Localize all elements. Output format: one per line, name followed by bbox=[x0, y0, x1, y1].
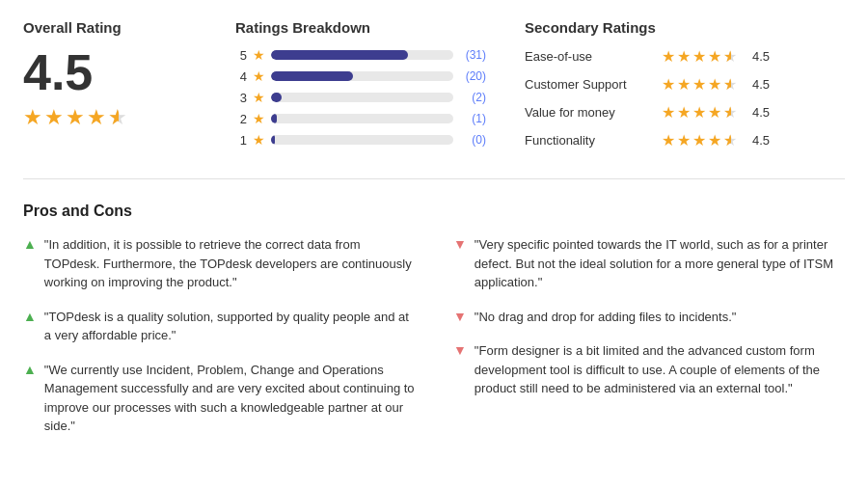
pro-text: "In addition, it is possible to retrieve… bbox=[44, 235, 415, 292]
sec-star-3: ★ bbox=[692, 47, 706, 66]
sec-star-4: ★ bbox=[708, 103, 721, 122]
con-text: "Form designer is a bit limited and the … bbox=[475, 341, 845, 398]
star-2: ★ bbox=[44, 105, 64, 130]
con-item: ▼ "No drag and drop for adding files to … bbox=[453, 308, 845, 327]
secondary-title: Secondary Ratings bbox=[525, 19, 845, 36]
breakdown-star-num: 1 bbox=[235, 133, 247, 148]
overall-rating-title: Overall Rating bbox=[23, 19, 197, 36]
secondary-stars: ★ ★ ★ ★ bbox=[662, 131, 737, 149]
secondary-label: Ease-of-use bbox=[525, 49, 650, 64]
breakdown-row: 3 ★ (2) bbox=[235, 90, 486, 105]
ratings-section: Overall Rating 4.5 ★ ★ ★ ★ Ratings Break… bbox=[23, 19, 845, 179]
overall-score: 4.5 bbox=[23, 47, 197, 97]
breakdown-count: (31) bbox=[459, 48, 486, 62]
con-arrow-icon: ▼ bbox=[453, 236, 467, 252]
breakdown-bar-container bbox=[271, 114, 453, 123]
secondary-label: Customer Support bbox=[525, 77, 650, 92]
pro-arrow-icon: ▲ bbox=[23, 309, 37, 324]
breakdown-bar-container bbox=[271, 93, 453, 102]
secondary-score: 4.5 bbox=[752, 133, 770, 148]
sec-star-4: ★ bbox=[708, 47, 721, 66]
overall-rating-panel: Overall Rating 4.5 ★ ★ ★ ★ bbox=[23, 19, 216, 159]
secondary-row: Functionality ★ ★ ★ ★ 4.5 bbox=[525, 131, 845, 149]
con-arrow-icon: ▼ bbox=[453, 342, 467, 358]
breakdown-count: (0) bbox=[459, 133, 486, 147]
star-half bbox=[108, 105, 127, 130]
secondary-score: 4.5 bbox=[752, 105, 770, 120]
secondary-row: Value for money ★ ★ ★ ★ 4.5 bbox=[525, 103, 845, 122]
sec-star-3: ★ bbox=[692, 75, 706, 94]
sec-star-half bbox=[723, 131, 737, 149]
breakdown-star-num: 5 bbox=[235, 48, 247, 63]
pro-arrow-icon: ▲ bbox=[23, 236, 37, 252]
sec-star-1: ★ bbox=[662, 47, 675, 66]
sec-star-1: ★ bbox=[662, 131, 675, 149]
secondary-row: Customer Support ★ ★ ★ ★ 4.5 bbox=[525, 75, 845, 94]
breakdown-star-num: 2 bbox=[235, 112, 247, 126]
pros-cons-grid: ▲ "In addition, it is possible to retrie… bbox=[23, 235, 845, 451]
breakdown-count: (2) bbox=[459, 91, 486, 104]
overall-stars: ★ ★ ★ ★ bbox=[23, 105, 197, 130]
breakdown-bar-container bbox=[271, 135, 453, 145]
con-arrow-icon: ▼ bbox=[453, 309, 467, 324]
ratings-breakdown-panel: Ratings Breakdown 5 ★ (31) 4 ★ (20) 3 ★ … bbox=[216, 19, 505, 159]
breakdown-star-num: 3 bbox=[235, 91, 247, 105]
pros-column: ▲ "In addition, it is possible to retrie… bbox=[23, 235, 415, 451]
secondary-stars: ★ ★ ★ ★ bbox=[662, 75, 737, 94]
secondary-row: Ease-of-use ★ ★ ★ ★ 4.5 bbox=[525, 47, 845, 66]
pros-cons-section: Pros and Cons ▲ "In addition, it is poss… bbox=[23, 203, 845, 451]
breakdown-star-icon: ★ bbox=[253, 68, 265, 84]
breakdown-bar bbox=[271, 50, 408, 60]
pro-item: ▲ "In addition, it is possible to retrie… bbox=[23, 235, 415, 292]
secondary-stars: ★ ★ ★ ★ bbox=[662, 47, 737, 66]
cons-column: ▼ "Very specific pointed towards the IT … bbox=[453, 235, 845, 451]
breakdown-row: 2 ★ (1) bbox=[235, 111, 486, 126]
breakdown-bar-container bbox=[271, 71, 453, 81]
breakdown-count: (20) bbox=[459, 69, 486, 83]
secondary-label: Value for money bbox=[525, 105, 650, 120]
sec-star-2: ★ bbox=[677, 47, 691, 66]
star-4: ★ bbox=[87, 105, 106, 130]
breakdown-star-icon: ★ bbox=[253, 111, 265, 126]
sec-star-half bbox=[723, 47, 737, 66]
breakdown-bar bbox=[271, 135, 275, 145]
sec-star-3: ★ bbox=[692, 131, 706, 149]
pro-text: "TOPdesk is a quality solution, supporte… bbox=[44, 308, 415, 345]
sec-star-1: ★ bbox=[662, 75, 675, 94]
sec-star-half bbox=[723, 103, 737, 122]
sec-star-2: ★ bbox=[677, 131, 691, 149]
star-3: ★ bbox=[66, 105, 85, 130]
sec-star-1: ★ bbox=[662, 103, 675, 122]
breakdown-star-icon: ★ bbox=[253, 90, 265, 105]
secondary-stars: ★ ★ ★ ★ bbox=[662, 103, 737, 122]
secondary-score: 4.5 bbox=[752, 49, 770, 64]
breakdown-row: 1 ★ (0) bbox=[235, 132, 486, 148]
con-text: "No drag and drop for adding files to in… bbox=[475, 308, 737, 327]
breakdown-row: 5 ★ (31) bbox=[235, 47, 486, 63]
star-1: ★ bbox=[23, 105, 42, 130]
pro-text: "We currently use Incident, Problem, Cha… bbox=[44, 361, 415, 436]
sec-star-2: ★ bbox=[677, 103, 691, 122]
sec-star-4: ★ bbox=[708, 75, 721, 94]
breakdown-star-icon: ★ bbox=[253, 132, 265, 148]
breakdown-star-icon: ★ bbox=[253, 47, 265, 63]
breakdown-rows: 5 ★ (31) 4 ★ (20) 3 ★ (2) 2 ★ (1) 1 ★ (0… bbox=[235, 47, 486, 148]
pro-arrow-icon: ▲ bbox=[23, 362, 37, 377]
con-text: "Very specific pointed towards the IT wo… bbox=[475, 235, 845, 292]
secondary-score: 4.5 bbox=[752, 77, 770, 92]
breakdown-title: Ratings Breakdown bbox=[235, 19, 486, 36]
breakdown-bar bbox=[271, 71, 353, 81]
secondary-label: Functionality bbox=[525, 133, 650, 148]
sec-star-4: ★ bbox=[708, 131, 721, 149]
pro-item: ▲ "We currently use Incident, Problem, C… bbox=[23, 361, 415, 436]
breakdown-row: 4 ★ (20) bbox=[235, 68, 486, 84]
breakdown-bar bbox=[271, 93, 282, 102]
breakdown-bar bbox=[271, 114, 277, 123]
sec-star-3: ★ bbox=[692, 103, 706, 122]
breakdown-bar-container bbox=[271, 50, 453, 60]
con-item: ▼ "Form designer is a bit limited and th… bbox=[453, 341, 845, 398]
breakdown-count: (1) bbox=[459, 112, 486, 125]
sec-star-half bbox=[723, 75, 737, 94]
pro-item: ▲ "TOPdesk is a quality solution, suppor… bbox=[23, 308, 415, 345]
pros-cons-title: Pros and Cons bbox=[23, 203, 845, 220]
